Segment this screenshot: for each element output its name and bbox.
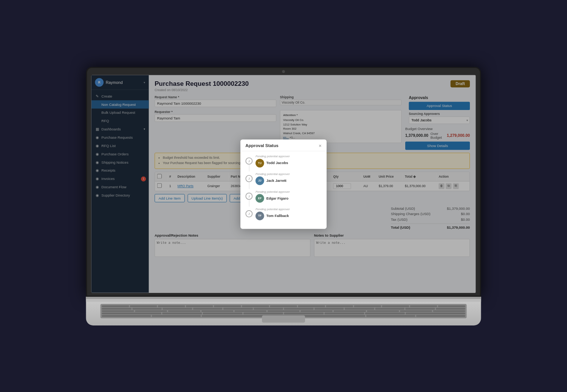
approver-avatar-3: EF: [256, 194, 264, 202]
approval-status-label-1: Pending potential approver: [256, 155, 322, 158]
approval-status-icon-1: J: [245, 157, 253, 164]
approver-name-1: Todd Jacobs: [266, 161, 288, 164]
approval-item-1: J Pending potential approver TJ Todd Jac…: [245, 155, 321, 167]
modal-close-button[interactable]: ×: [319, 143, 322, 147]
approver-avatar-1: TJ: [256, 158, 264, 167]
approval-status-modal: Approval Status × J Pending potential ap…: [240, 139, 327, 229]
approval-status-label-2: Pending potential approver: [256, 172, 322, 175]
modal-body: J Pending potential approver TJ Todd Jac…: [240, 151, 327, 228]
approver-name-4: Tom Fallback: [266, 214, 289, 217]
approval-item-4: J Pending potential approver TF Tom Fall…: [245, 207, 321, 220]
approver-name-2: Jack Jarrett: [266, 178, 286, 182]
camera-dot: [282, 70, 285, 73]
approval-status-label-3: Pending potential approver: [256, 190, 322, 193]
approval-status-icon-3: J: [245, 192, 253, 200]
approver-avatar-2: JJ: [256, 176, 264, 185]
trackpad: [262, 315, 305, 322]
approval-status-icon-4: J: [245, 210, 253, 217]
approval-status-icon-2: J: [245, 175, 253, 182]
laptop-base: [86, 297, 481, 325]
approval-item-3: J Pending potential approver EF Edgar Fi…: [245, 190, 321, 202]
approval-item-2: J Pending potential approver JJ Jack Jar…: [245, 172, 321, 184]
laptop-hinge: [86, 297, 481, 299]
approver-name-3: Edgar Figaro: [266, 196, 288, 200]
modal-overlay: Approval Status × J Pending potential ap…: [91, 75, 476, 293]
modal-header: Approval Status ×: [240, 139, 327, 151]
approval-status-label-4: Pending potential approver: [256, 207, 322, 211]
modal-title: Approval Status: [245, 143, 278, 147]
approver-avatar-4: TF: [256, 211, 264, 220]
